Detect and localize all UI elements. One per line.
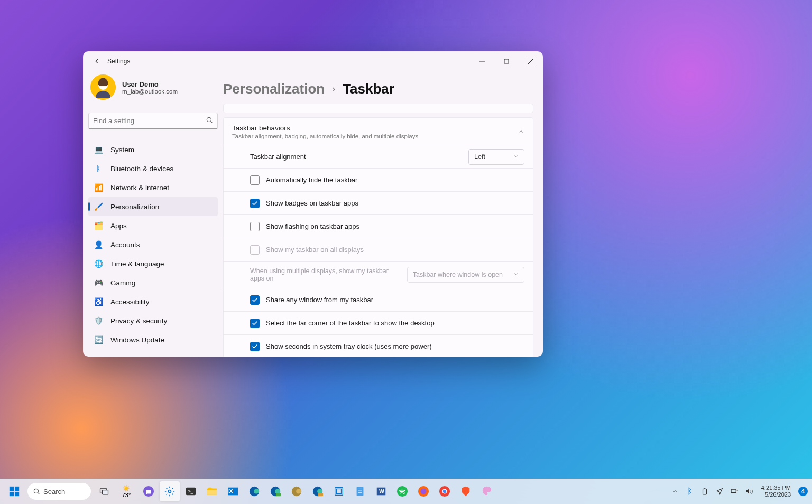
row-show-seconds[interactable]: Show seconds in system tray clock (uses … [224,334,533,357]
checkbox-auto-hide[interactable] [250,175,260,185]
taskbar-app-chat[interactable] [139,481,159,501]
taskbar-app-notepad[interactable] [350,481,370,501]
sidebar-item-accessibility[interactable]: ♿Accessibility [88,292,218,311]
taskbar-app-spotify[interactable] [392,481,412,501]
tray-volume-icon[interactable] [744,487,754,496]
taskbar-app-virtualbox[interactable] [329,481,349,501]
tray-overflow-icon[interactable] [670,487,680,496]
minimize-button[interactable] [470,53,494,69]
taskbar-app-terminal[interactable]: >_ [181,481,201,501]
row-all-displays: Show my taskbar on all displays [224,238,533,261]
taskbar-search-label: Search [43,488,65,496]
weather-widget[interactable]: ☀️73° [115,481,137,501]
clock[interactable]: 4:21:35 PM 5/26/2023 [761,484,791,498]
svg-rect-11 [15,492,19,496]
accessibility-icon: ♿ [94,297,103,306]
taskbar-app-edge-canary[interactable] [308,481,328,501]
shield-icon: 🛡️ [94,316,103,325]
profile-block[interactable]: User Demo m_lab@outlook.com [88,71,218,106]
sidebar-item-privacy[interactable]: 🛡️Privacy & security [88,311,218,330]
row-badges[interactable]: Show badges on taskbar apps [224,191,533,214]
svg-rect-10 [10,492,14,496]
taskbar-app-edge[interactable] [244,481,264,501]
clock-date: 5/26/2023 [761,491,791,498]
sidebar-item-gaming[interactable]: 🎮Gaming [88,273,218,292]
tray-location-icon[interactable] [715,487,724,496]
section-title: Taskbar behaviors [232,124,518,132]
section-header[interactable]: Taskbar behaviors Taskbar alignment, bad… [224,118,533,145]
sidebar-item-apps[interactable]: 🗂️Apps [88,216,218,235]
sidebar-item-system[interactable]: 💻System [88,140,218,159]
notification-badge[interactable]: 4 [798,487,808,496]
window-title: Settings [107,58,130,65]
svg-point-17 [169,490,171,493]
row-far-corner[interactable]: Select the far corner of the taskbar to … [224,311,533,334]
taskbar-app-paint[interactable] [477,481,497,501]
tray-battery-icon[interactable] [700,487,709,496]
taskbar-app-word[interactable]: W [371,481,391,501]
label-flashing: Show flashing on taskbar apps [266,222,524,230]
scroll-area[interactable]: Taskbar behaviors Taskbar alignment, bad… [223,104,533,357]
row-multi-displays: When using multiple displays, show my ta… [224,261,533,288]
tray-bluetooth-icon[interactable]: ᛒ [685,487,695,496]
taskbar-app-outlook[interactable] [223,481,243,501]
sidebar: User Demo m_lab@outlook.com 💻System ᛒBlu… [83,71,223,357]
breadcrumb: Personalization › Taskbar [223,71,533,104]
previous-section-peek[interactable] [223,104,533,113]
taskbar-app-explorer[interactable] [202,481,222,501]
sidebar-item-network[interactable]: 📶Network & internet [88,178,218,197]
sidebar-item-bluetooth[interactable]: ᛒBluetooth & devices [88,159,218,178]
checkbox-flashing[interactable] [250,222,260,231]
checkbox-badges[interactable] [250,199,260,208]
chevron-down-icon [513,153,519,161]
taskbar-app-settings[interactable] [160,481,180,501]
taskbar-app-firefox[interactable] [413,481,433,501]
svg-rect-9 [15,487,19,491]
back-button[interactable] [87,53,106,69]
row-flashing[interactable]: Show flashing on taskbar apps [224,214,533,238]
taskbar-app-edge-beta[interactable] [265,481,285,501]
dropdown-value: Left [474,153,485,161]
row-alignment: Taskbar alignment Left [224,145,533,168]
task-view-button[interactable] [94,481,114,501]
clock-time: 4:21:35 PM [761,484,791,491]
checkbox-all-displays [250,245,260,255]
taskbar-search[interactable]: Search [27,483,91,500]
sidebar-item-accounts[interactable]: 👤Accounts [88,235,218,254]
search-icon [206,116,213,126]
checkbox-share-window[interactable] [250,295,260,305]
svg-point-40 [421,489,427,494]
label-auto-hide: Automatically hide the taskbar [266,176,524,184]
nav-label: Time & language [110,260,164,268]
nav-label: Personalization [110,203,159,211]
checkbox-far-corner[interactable] [250,319,260,328]
taskbar-app-brave[interactable] [456,481,476,501]
sidebar-item-update[interactable]: 🔄Windows Update [88,330,218,349]
taskbar-app-edge-dev[interactable] [287,481,307,501]
person-icon: 👤 [94,240,103,249]
tray-network-icon[interactable] [730,487,739,496]
taskbar: Search ☀️73° >_ W ᛒ 4:21:35 PM 5/26/2023 [0,479,812,504]
sidebar-item-time[interactable]: 🌐Time & language [88,254,218,273]
weather-temp: 73° [122,492,131,498]
label-badges: Show badges on taskbar apps [266,199,524,207]
maximize-button[interactable] [494,53,519,69]
search-box[interactable] [88,113,218,129]
nav-label: Bluetooth & devices [110,165,173,173]
taskbar-app-chrome[interactable] [435,481,455,501]
svg-point-12 [34,489,38,493]
search-input[interactable] [93,117,206,125]
alignment-dropdown[interactable]: Left [468,149,524,165]
globe-icon: 🌐 [94,259,103,268]
close-button[interactable] [519,53,543,69]
start-button[interactable] [4,481,24,501]
checkbox-show-seconds[interactable] [250,342,260,351]
sidebar-item-personalization[interactable]: 🖌️Personalization [88,197,218,216]
row-auto-hide[interactable]: Automatically hide the taskbar [224,168,533,191]
main-panel: Personalization › Taskbar Taskbar behavi… [223,71,543,357]
dropdown-value: Taskbar where window is open [413,271,503,278]
svg-rect-1 [504,59,509,63]
breadcrumb-parent[interactable]: Personalization [223,81,325,97]
row-share-window[interactable]: Share any window from my taskbar [224,288,533,311]
window-controls [470,53,543,69]
